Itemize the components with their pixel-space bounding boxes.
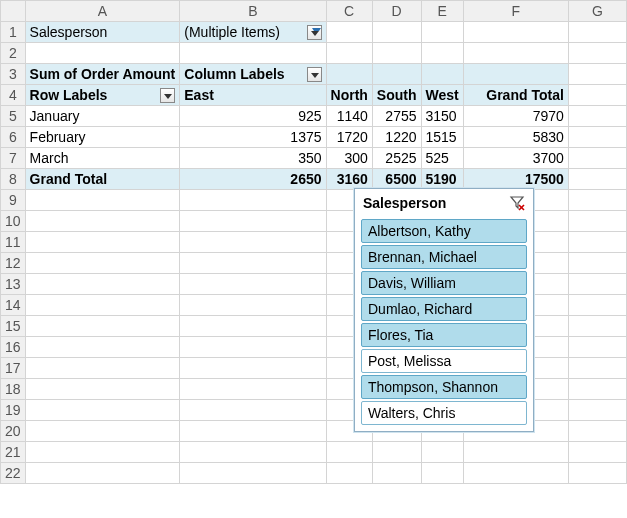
col-header-south[interactable]: South — [372, 85, 421, 106]
row-header[interactable]: 8 — [1, 169, 26, 190]
cell[interactable] — [372, 64, 421, 85]
cell[interactable] — [25, 295, 180, 316]
cell[interactable] — [421, 463, 463, 484]
row-header[interactable]: 17 — [1, 358, 26, 379]
cell[interactable] — [568, 379, 626, 400]
cell[interactable] — [568, 295, 626, 316]
cell[interactable] — [180, 442, 326, 463]
data-cell[interactable]: 1515 — [421, 127, 463, 148]
data-cell[interactable]: 1220 — [372, 127, 421, 148]
col-header-G[interactable]: G — [568, 1, 626, 22]
cell[interactable] — [180, 253, 326, 274]
row-header[interactable]: 22 — [1, 463, 26, 484]
row-label[interactable]: January — [25, 106, 180, 127]
grand-total-cell[interactable]: 5190 — [421, 169, 463, 190]
grand-total-cell[interactable]: 3160 — [326, 169, 372, 190]
cell[interactable] — [180, 337, 326, 358]
cell[interactable] — [25, 379, 180, 400]
row-header[interactable]: 19 — [1, 400, 26, 421]
cell[interactable] — [25, 442, 180, 463]
grand-total-label[interactable]: Grand Total — [25, 169, 180, 190]
row-header[interactable]: 13 — [1, 274, 26, 295]
cell[interactable] — [25, 316, 180, 337]
cell[interactable] — [25, 421, 180, 442]
cell[interactable] — [25, 232, 180, 253]
col-header-grandtotal[interactable]: Grand Total — [463, 85, 568, 106]
slicer-item[interactable]: Walters, Chris — [361, 401, 527, 425]
cell[interactable] — [568, 169, 626, 190]
slicer-item[interactable]: Albertson, Kathy — [361, 219, 527, 243]
cell[interactable] — [568, 400, 626, 421]
cell[interactable] — [326, 22, 372, 43]
corner-cell[interactable] — [1, 1, 26, 22]
row-header[interactable]: 5 — [1, 106, 26, 127]
cell[interactable] — [180, 190, 326, 211]
cell[interactable] — [180, 43, 326, 64]
cell[interactable] — [568, 64, 626, 85]
data-cell[interactable]: 300 — [326, 148, 372, 169]
filter-dropdown-icon[interactable] — [307, 25, 322, 40]
cell[interactable] — [421, 43, 463, 64]
cell[interactable] — [25, 400, 180, 421]
col-header-E[interactable]: E — [421, 1, 463, 22]
cell[interactable] — [25, 211, 180, 232]
data-cell[interactable]: 3150 — [421, 106, 463, 127]
col-header-north[interactable]: North — [326, 85, 372, 106]
cell[interactable] — [568, 22, 626, 43]
row-header[interactable]: 20 — [1, 421, 26, 442]
cell[interactable] — [372, 442, 421, 463]
cell[interactable] — [421, 442, 463, 463]
col-header-B[interactable]: B — [180, 1, 326, 22]
row-labels-dropdown-icon[interactable] — [160, 88, 175, 103]
cell[interactable] — [463, 43, 568, 64]
cell[interactable] — [25, 337, 180, 358]
grand-total-cell[interactable]: 17500 — [463, 169, 568, 190]
cell[interactable] — [180, 358, 326, 379]
cell[interactable] — [25, 253, 180, 274]
filter-value-cell[interactable]: (Multiple Items) — [180, 22, 326, 43]
cell[interactable] — [568, 43, 626, 64]
cell[interactable] — [372, 22, 421, 43]
cell[interactable] — [180, 211, 326, 232]
cell[interactable] — [25, 463, 180, 484]
data-cell[interactable]: 2755 — [372, 106, 421, 127]
slicer-item[interactable]: Thompson, Shannon — [361, 375, 527, 399]
column-labels-dropdown-icon[interactable] — [307, 67, 322, 82]
cell[interactable] — [25, 358, 180, 379]
cell[interactable] — [463, 64, 568, 85]
cell[interactable] — [568, 253, 626, 274]
data-cell[interactable]: 525 — [421, 148, 463, 169]
slicer-item[interactable]: Flores, Tia — [361, 323, 527, 347]
salesperson-slicer[interactable]: Salesperson Albertson, KathyBrennan, Mic… — [354, 188, 534, 432]
row-label[interactable]: February — [25, 127, 180, 148]
row-header[interactable]: 10 — [1, 211, 26, 232]
row-header[interactable]: 21 — [1, 442, 26, 463]
cell[interactable] — [568, 358, 626, 379]
cell[interactable] — [568, 211, 626, 232]
col-header-F[interactable]: F — [463, 1, 568, 22]
cell[interactable] — [568, 106, 626, 127]
cell[interactable] — [25, 190, 180, 211]
cell[interactable] — [421, 64, 463, 85]
data-cell[interactable]: 7970 — [463, 106, 568, 127]
cell[interactable] — [421, 22, 463, 43]
data-cell[interactable]: 1140 — [326, 106, 372, 127]
grand-total-cell[interactable]: 2650 — [180, 169, 326, 190]
col-header-east[interactable]: East — [180, 85, 326, 106]
col-header-D[interactable]: D — [372, 1, 421, 22]
cell[interactable] — [568, 148, 626, 169]
filter-field-cell[interactable]: Salesperson — [25, 22, 180, 43]
cell[interactable] — [463, 442, 568, 463]
cell[interactable] — [326, 442, 372, 463]
row-header[interactable]: 6 — [1, 127, 26, 148]
cell[interactable] — [372, 43, 421, 64]
cell[interactable] — [180, 274, 326, 295]
row-header[interactable]: 9 — [1, 190, 26, 211]
row-header[interactable]: 16 — [1, 337, 26, 358]
cell[interactable] — [25, 43, 180, 64]
row-label[interactable]: March — [25, 148, 180, 169]
cell[interactable] — [180, 421, 326, 442]
cell[interactable] — [568, 316, 626, 337]
data-cell[interactable]: 2525 — [372, 148, 421, 169]
measure-label[interactable]: Sum of Order Amount — [25, 64, 180, 85]
